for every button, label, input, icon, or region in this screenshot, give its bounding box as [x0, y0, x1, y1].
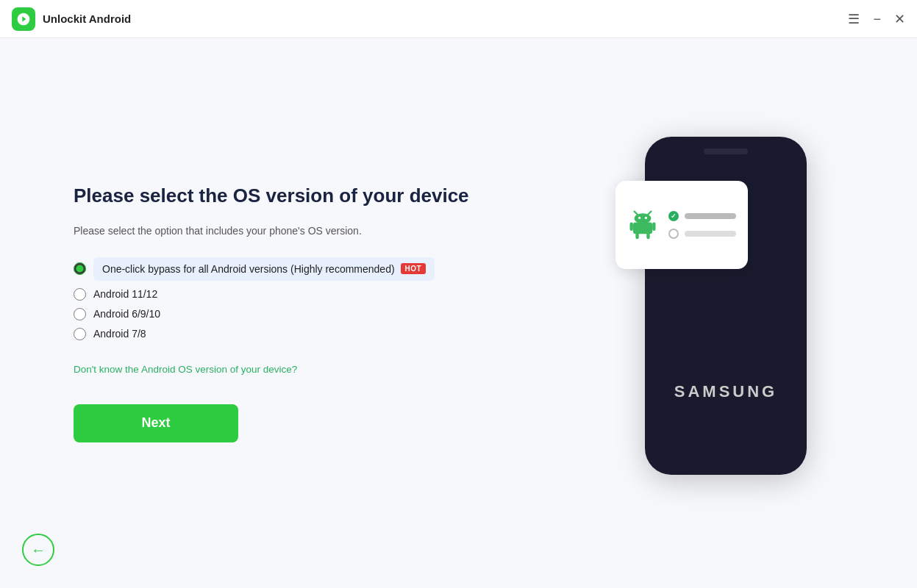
app-logo [12, 7, 35, 31]
svg-line-0 [635, 212, 638, 215]
back-arrow-icon: ← [31, 542, 46, 559]
svg-point-4 [645, 217, 647, 219]
svg-rect-6 [630, 223, 633, 231]
phone-notch [704, 148, 748, 154]
card-line-1 [685, 213, 736, 219]
os-options: One-click bypass for all Android version… [74, 257, 483, 340]
card-option-selected [668, 211, 736, 221]
svg-rect-9 [646, 233, 649, 240]
selected-dot [668, 211, 679, 221]
window-controls: ☰ − ✕ [848, 12, 905, 26]
option-2-radio[interactable] [74, 288, 86, 301]
option-1-wrap: One-click bypass for all Android version… [93, 257, 435, 281]
menu-icon[interactable]: ☰ [848, 12, 860, 26]
right-panel: SAMSUNG [535, 38, 917, 588]
back-button[interactable]: ← [22, 534, 54, 566]
help-link[interactable]: Don't know the Android OS version of you… [74, 364, 483, 375]
option-3-radio[interactable] [74, 308, 86, 320]
svg-line-1 [648, 212, 651, 215]
samsung-brand: SAMSUNG [674, 382, 777, 401]
option-4-label[interactable]: Android 7/8 [93, 328, 146, 340]
option-4-radio[interactable] [74, 328, 86, 340]
unselected-dot [668, 229, 679, 239]
card-option-unselected [668, 229, 736, 239]
subtitle: Please select the option that includes y… [74, 225, 483, 237]
hot-badge: HOT [401, 263, 427, 274]
option-2[interactable]: Android 11/12 [74, 288, 483, 301]
android-icon [627, 209, 658, 240]
option-4[interactable]: Android 7/8 [74, 328, 483, 340]
svg-rect-7 [652, 223, 655, 231]
left-panel: Please select the OS version of your dev… [0, 38, 535, 588]
phone-notch-area [645, 137, 807, 154]
svg-point-3 [638, 217, 641, 219]
selection-card [616, 181, 748, 269]
app-title: Unlockit Android [43, 12, 848, 25]
svg-rect-5 [633, 223, 652, 234]
close-icon[interactable]: ✕ [894, 12, 905, 26]
card-line-2 [685, 231, 736, 237]
page-title: Please select the OS version of your dev… [74, 184, 483, 209]
option-2-label[interactable]: Android 11/12 [93, 288, 157, 300]
option-1-label[interactable]: One-click bypass for all Android version… [102, 263, 395, 275]
next-button[interactable]: Next [74, 404, 238, 442]
option-1-radio[interactable] [74, 262, 86, 275]
svg-rect-8 [635, 233, 638, 240]
option-3[interactable]: Android 6/9/10 [74, 308, 483, 320]
android-icon-wrap [627, 209, 658, 240]
card-options [668, 211, 736, 239]
phone-illustration: SAMSUNG [616, 137, 807, 490]
main-content: Please select the OS version of your dev… [0, 38, 917, 588]
option-3-label[interactable]: Android 6/9/10 [93, 308, 160, 320]
option-1[interactable]: One-click bypass for all Android version… [74, 257, 483, 281]
svg-point-2 [635, 213, 652, 223]
titlebar: Unlockit Android ☰ − ✕ [0, 0, 917, 38]
minimize-icon[interactable]: − [873, 12, 881, 26]
